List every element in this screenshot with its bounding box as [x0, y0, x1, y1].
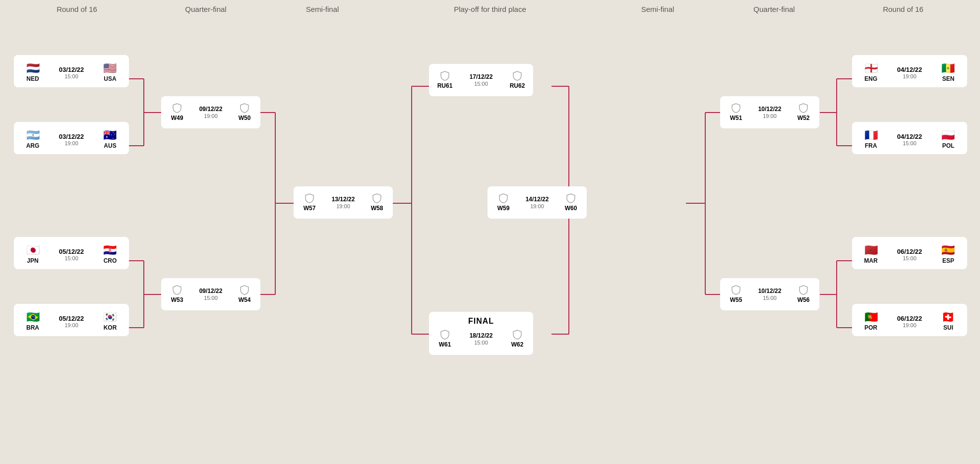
code-w52: W52	[797, 115, 810, 121]
flag-jpn: 🇯🇵	[26, 245, 40, 256]
sf2-time: 19:00	[530, 203, 544, 209]
code-w58: W58	[371, 205, 383, 212]
match-qf-1: W49 09/12/22 19:00 W50	[161, 96, 260, 128]
code-w56: W56	[797, 296, 810, 303]
final-time: 15:00	[474, 340, 488, 346]
qf2-time: 15:00	[204, 295, 218, 301]
code-w59: W59	[497, 205, 510, 212]
match-r16-5: 🏴󠁧󠁢󠁥󠁮󠁧󠁿 ENG 04/12/22 19:00 🇸🇳 SEN	[852, 55, 967, 87]
code-ru62: RU62	[510, 82, 525, 89]
stage-header-r16-right: Round of 16	[836, 5, 970, 13]
match-r16-1-time: 15:00	[64, 73, 78, 79]
stage-header-r16-left: Round of 16	[10, 5, 144, 13]
match-r16-4: 🇧🇷 BRA 05/12/22 19:00 🇰🇷 KOR	[14, 304, 129, 336]
shield-w49-icon	[173, 103, 182, 113]
match-r16-1-date: 03/12/22	[59, 66, 84, 73]
code-w51: W51	[730, 115, 742, 121]
code-w54: W54	[239, 296, 251, 303]
shield-w59-icon	[499, 193, 508, 203]
match-sf-1: W57 13/12/22 19:00 W58	[294, 186, 393, 219]
team-mar: MAR	[864, 257, 877, 264]
flag-sen: 🇸🇳	[941, 63, 955, 74]
stage-header-sf-left: Semi-final	[268, 5, 377, 13]
third-time: 15:00	[474, 81, 488, 87]
code-w55: W55	[730, 296, 742, 303]
flag-fra: 🇫🇷	[864, 130, 878, 141]
match-r16-8-date: 06/12/22	[897, 315, 922, 322]
flag-por: 🇵🇹	[864, 312, 878, 323]
team-bra: BRA	[26, 324, 39, 331]
stage-header-sf-right: Semi-final	[603, 5, 712, 13]
team-sen: SEN	[942, 75, 955, 82]
flag-esp: 🇪🇸	[941, 245, 955, 256]
shield-w60-icon	[566, 193, 575, 203]
match-r16-7-time: 15:00	[903, 255, 917, 261]
qf3-date: 10/12/22	[758, 106, 782, 113]
code-w62: W62	[511, 341, 524, 348]
final-label: FINAL	[435, 317, 527, 326]
match-r16-3-time: 15:00	[64, 255, 78, 261]
qf2-date: 09/12/22	[199, 288, 223, 294]
match-r16-4-date: 05/12/22	[59, 315, 84, 322]
match-r16-2: 🇦🇷 ARG 03/12/22 19:00 🇦🇺 AUS	[14, 122, 129, 154]
team-arg: ARG	[26, 142, 40, 149]
shield-w54-icon	[240, 285, 249, 295]
code-w50: W50	[239, 115, 251, 121]
match-r16-6-time: 15:00	[903, 140, 917, 146]
team-pol: POL	[942, 142, 955, 149]
shield-w52-icon	[799, 103, 808, 113]
match-r16-3-date: 05/12/22	[59, 248, 84, 255]
match-r16-6: 🇫🇷 FRA 04/12/22 15:00 🇵🇱 POL	[852, 122, 967, 154]
match-r16-7: 🇲🇦 MAR 06/12/22 15:00 🇪🇸 ESP	[852, 237, 967, 269]
shield-w53-icon	[173, 285, 182, 295]
match-final: FINAL W61 18/12/22 15:00 W62	[429, 312, 533, 355]
shield-w62-icon	[513, 330, 522, 340]
match-qf-3: W51 10/12/22 19:00 W52	[720, 96, 819, 128]
shield-w50-icon	[240, 103, 249, 113]
team-sui: SUI	[943, 324, 953, 331]
team-aus: AUS	[104, 142, 116, 149]
shield-w55-icon	[732, 285, 740, 295]
match-r16-1: 🇳🇱 NED 03/12/22 15:00 🇺🇸 USA	[14, 55, 129, 87]
code-w49: W49	[171, 115, 184, 121]
flag-cro: 🇭🇷	[103, 245, 117, 256]
match-r16-6-date: 04/12/22	[897, 133, 922, 140]
match-r16-3: 🇯🇵 JPN 05/12/22 15:00 🇭🇷 CRO	[14, 237, 129, 269]
code-w57: W57	[304, 205, 316, 212]
flag-arg: 🇦🇷	[26, 130, 40, 141]
match-r16-8: 🇵🇹 POR 06/12/22 19:00 🇨🇭 SUI	[852, 304, 967, 336]
match-r16-8-time: 19:00	[903, 322, 917, 328]
match-r16-4-time: 19:00	[64, 322, 78, 328]
shield-w56-icon	[799, 285, 808, 295]
team-ned: NED	[26, 75, 39, 82]
flag-kor: 🇰🇷	[103, 312, 117, 323]
shield-w57-icon	[305, 193, 314, 203]
qf1-date: 09/12/22	[199, 106, 223, 113]
match-r16-5-time: 19:00	[903, 73, 917, 79]
team-por: POR	[864, 324, 877, 331]
flag-bra: 🇧🇷	[26, 312, 40, 323]
shield-w58-icon	[372, 193, 381, 203]
final-date: 18/12/22	[470, 332, 493, 339]
team-cro: CRO	[104, 257, 117, 264]
match-qf-4: W55 10/12/22 15:00 W56	[720, 278, 819, 310]
stage-header-qf-right: Quarter-final	[712, 5, 836, 13]
match-r16-2-date: 03/12/22	[59, 133, 84, 140]
team-kor: KOR	[104, 324, 117, 331]
flag-pol: 🇵🇱	[941, 130, 955, 141]
flag-mar: 🇲🇦	[864, 245, 878, 256]
code-ru61: RU61	[437, 82, 453, 89]
match-r16-5-date: 04/12/22	[897, 66, 922, 73]
shield-ru61-icon	[440, 71, 449, 81]
team-eng: ENG	[864, 75, 877, 82]
flag-ned: 🇳🇱	[26, 63, 40, 74]
shield-w61-icon	[440, 330, 449, 340]
sf1-time: 19:00	[336, 203, 350, 209]
third-date: 17/12/22	[470, 73, 493, 80]
code-w61: W61	[439, 341, 451, 348]
sf2-date: 14/12/22	[526, 196, 549, 203]
match-r16-2-time: 19:00	[64, 140, 78, 146]
qf4-time: 15:00	[763, 295, 777, 301]
flag-sui: 🇨🇭	[941, 312, 955, 323]
code-w53: W53	[171, 296, 184, 303]
